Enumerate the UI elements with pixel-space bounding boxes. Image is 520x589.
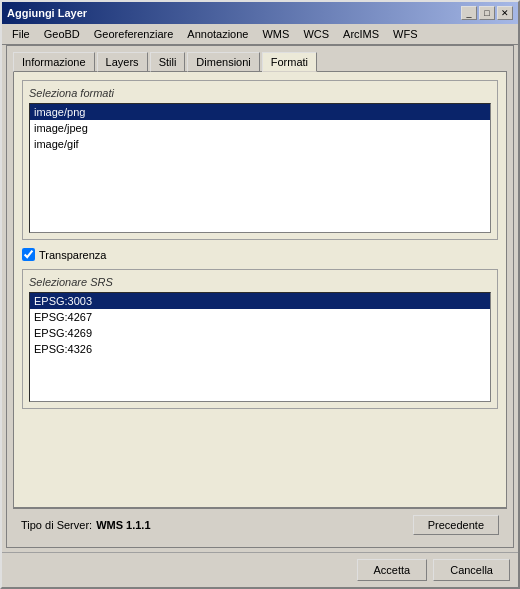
menu-wcs[interactable]: WCS (297, 26, 335, 42)
main-window: Aggiungi Layer _ □ ✕ File GeoBD Georefer… (0, 0, 520, 589)
menu-wfs[interactable]: WFS (387, 26, 423, 42)
seleziona-formati-label: Seleziona formati (29, 87, 491, 99)
server-info: Tipo di Server: WMS 1.1.1 (21, 519, 151, 531)
accetta-button[interactable]: Accetta (357, 559, 428, 581)
format-item-png[interactable]: image/png (30, 104, 490, 120)
selezionare-srs-label: Selezionare SRS (29, 276, 491, 288)
section-formati: Seleziona formati image/png image/jpeg i… (22, 80, 498, 240)
tab-informazione[interactable]: Informazione (13, 52, 95, 72)
close-button[interactable]: ✕ (497, 6, 513, 20)
format-item-jpeg[interactable]: image/jpeg (30, 120, 490, 136)
minimize-button[interactable]: _ (461, 6, 477, 20)
tab-layers[interactable]: Layers (97, 52, 148, 72)
transparenza-checkbox[interactable] (22, 248, 35, 261)
tab-dimensioni[interactable]: Dimensioni (187, 52, 259, 72)
tab-content-formati: Seleziona formati image/png image/jpeg i… (13, 71, 507, 508)
tipo-server-label: Tipo di Server: (21, 519, 92, 531)
cancella-button[interactable]: Cancella (433, 559, 510, 581)
titlebar: Aggiungi Layer _ □ ✕ (2, 2, 518, 24)
maximize-button[interactable]: □ (479, 6, 495, 20)
srs-listbox[interactable]: EPSG:3003 EPSG:4267 EPSG:4269 EPSG:4326 (29, 292, 491, 402)
inner-tabs: Informazione Layers Stili Dimensioni For… (13, 52, 507, 72)
srs-item-4267[interactable]: EPSG:4267 (30, 309, 490, 325)
srs-item-4269[interactable]: EPSG:4269 (30, 325, 490, 341)
precedente-button[interactable]: Precedente (413, 515, 499, 535)
menu-arcims[interactable]: ArcIMS (337, 26, 385, 42)
menu-file[interactable]: File (6, 26, 36, 42)
format-item-gif[interactable]: image/gif (30, 136, 490, 152)
menu-georef[interactable]: Georeferenziare (88, 26, 180, 42)
menu-bar: File GeoBD Georeferenziare Annotazione W… (2, 24, 518, 45)
window-title: Aggiungi Layer (7, 7, 87, 19)
menu-annot[interactable]: Annotazione (181, 26, 254, 42)
menu-wms[interactable]: WMS (256, 26, 295, 42)
footer: Tipo di Server: WMS 1.1.1 Precedente (13, 508, 507, 541)
transparenza-row: Transparenza (22, 248, 498, 261)
content-area: Informazione Layers Stili Dimensioni For… (6, 45, 514, 548)
tab-formati[interactable]: Formati (262, 52, 317, 72)
titlebar-controls: _ □ ✕ (461, 6, 513, 20)
srs-item-4326[interactable]: EPSG:4326 (30, 341, 490, 357)
transparenza-label: Transparenza (39, 249, 106, 261)
formati-listbox[interactable]: image/png image/jpeg image/gif (29, 103, 491, 233)
bottom-bar: Accetta Cancella (2, 552, 518, 587)
section-srs: Selezionare SRS EPSG:3003 EPSG:4267 EPSG… (22, 269, 498, 409)
menu-geobd[interactable]: GeoBD (38, 26, 86, 42)
srs-item-3003[interactable]: EPSG:3003 (30, 293, 490, 309)
tipo-server-value: WMS 1.1.1 (96, 519, 150, 531)
tab-stili[interactable]: Stili (150, 52, 186, 72)
